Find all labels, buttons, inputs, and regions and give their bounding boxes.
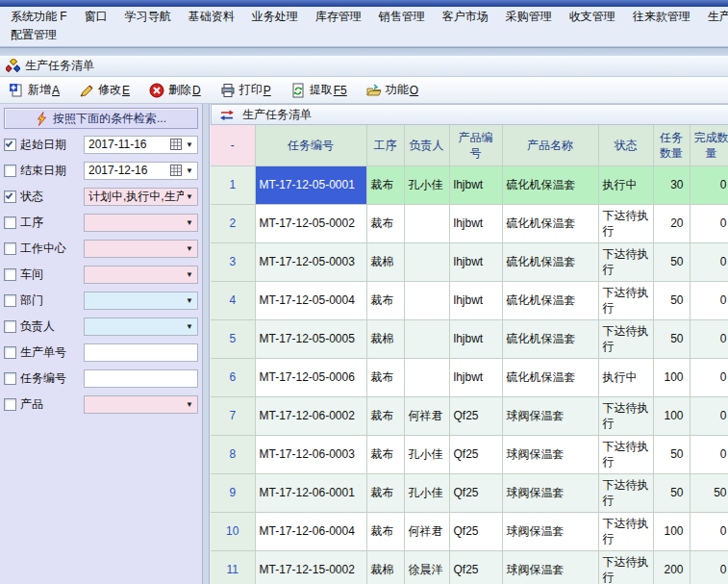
filter-input-field[interactable] [84,369,198,388]
menu-item[interactable]: 配置管理 [2,26,65,44]
cell[interactable]: Qf25 [449,512,502,550]
extract-button[interactable]: 提取F5 [288,80,350,100]
cell[interactable]: 0 [690,165,728,204]
checkbox-unchecked[interactable] [4,268,16,281]
cell[interactable]: lhjbwt [449,242,502,281]
print-button[interactable]: 打印P [217,80,274,100]
dropdown-arrow-icon[interactable]: ▼ [184,400,195,409]
dropdown-arrow-icon[interactable]: ▼ [184,166,195,175]
cell[interactable]: MT-17-12-05-0001 [255,165,366,204]
checkbox-checked[interactable] [4,139,16,151]
cell[interactable]: 裁布 [366,358,404,396]
cell[interactable]: 50 [690,473,728,512]
cell[interactable]: 下达待执行 [598,281,653,319]
cell[interactable]: 裁棉 [366,550,404,584]
cell[interactable]: MT-17-12-15-0002 [255,550,366,584]
cell[interactable]: 1 [211,165,255,204]
checkbox-unchecked[interactable] [4,398,16,411]
menu-item[interactable]: 基础资料 [180,8,243,26]
cell[interactable]: 孔小佳 [404,165,449,204]
column-header[interactable]: 负责人 [404,125,449,165]
cell[interactable]: 30 [653,165,690,204]
menu-item[interactable]: 收支管理 [561,8,624,26]
checkbox-unchecked[interactable] [4,242,16,255]
cell[interactable]: 4 [211,281,255,319]
function-button[interactable]: 功能O [364,80,421,100]
cell[interactable]: 球阀保温套 [502,512,598,550]
cell[interactable]: 下达待执行 [598,512,653,550]
menu-item[interactable]: 采购管理 [497,8,561,26]
cell[interactable]: lhjbwt [449,204,502,242]
checkbox-unchecked[interactable] [4,372,16,385]
menu-item[interactable]: 往来款管理 [624,8,699,26]
cell[interactable]: Qf25 [449,435,502,473]
cell[interactable]: 徐晨洋 [404,550,449,584]
cell[interactable]: 硫化机保温套 [502,204,598,242]
menu-item[interactable]: 销售管理 [370,8,434,26]
cell[interactable]: 50 [653,435,690,473]
cell[interactable] [404,358,449,396]
table-row[interactable]: 3MT-17-12-05-0003裁棉lhjbwt硫化机保温套下达待执行500 [211,242,728,281]
checkbox-unchecked[interactable] [4,346,16,359]
cell[interactable]: 100 [653,358,690,396]
menu-item[interactable]: 窗口 [76,8,116,26]
table-row[interactable]: 5MT-17-12-05-0005裁棉lhjbwt硫化机保温套下达待执行500 [211,319,728,358]
cell[interactable]: 200 [653,550,690,584]
cell[interactable]: 硫化机保温套 [502,165,598,204]
filter-input-field[interactable] [84,343,198,362]
column-header[interactable]: 产品名称 [502,125,598,165]
column-header[interactable]: - [211,125,255,165]
cell[interactable]: 裁布 [366,396,404,435]
cell[interactable]: 下达待执行 [598,550,653,584]
dropdown-arrow-icon[interactable]: ▼ [184,244,195,253]
menu-item[interactable]: 业务处理 [243,8,307,26]
cell[interactable]: 裁棉 [366,242,404,281]
cell[interactable]: 下达待执行 [598,204,653,242]
cell[interactable]: 0 [690,204,728,242]
dropdown-arrow-icon[interactable]: ▼ [184,296,195,305]
cell[interactable]: 0 [690,512,728,550]
checkbox-unchecked[interactable] [4,294,16,307]
cell[interactable]: MT-17-12-05-0002 [255,204,366,242]
cell[interactable]: 裁布 [366,473,404,512]
cell[interactable]: 50 [653,319,690,358]
cell[interactable]: 下达待执行 [598,242,653,281]
menu-item[interactable]: 库存管理 [307,8,370,26]
cell[interactable]: 50 [653,281,690,319]
cell[interactable]: 执行中 [598,358,653,396]
cell[interactable]: 硫化机保温套 [502,281,598,319]
table-row[interactable]: 7MT-17-12-06-0002裁布何祥君Qf25球阀保温套下达待执行1000 [211,396,728,435]
cell[interactable]: 6 [211,358,255,396]
cell[interactable]: 0 [690,550,728,584]
cell[interactable]: 下达待执行 [598,435,653,473]
cell[interactable] [404,242,449,281]
filter-dropdown-field[interactable]: ▼ [84,266,198,284]
cell[interactable]: 球阀保温套 [502,550,598,584]
cell[interactable]: 球阀保温套 [502,435,598,473]
cell[interactable]: MT-17-12-05-0003 [255,242,366,281]
cell[interactable]: 下达待执行 [598,473,653,512]
cell[interactable] [404,204,449,242]
cell[interactable]: Qf25 [449,473,502,512]
cell[interactable] [404,281,449,319]
cell[interactable]: MT-17-12-06-0001 [255,473,366,512]
table-row[interactable]: 11MT-17-12-15-0002裁棉徐晨洋Qf25球阀保温套下达待执行200… [211,550,728,584]
cell[interactable]: lhjbwt [449,319,502,358]
cell[interactable]: 下达待执行 [598,319,653,358]
cell[interactable]: 下达待执行 [598,396,653,435]
cell[interactable]: MT-17-12-06-0002 [255,396,366,435]
column-header[interactable]: 任务数量 [653,125,690,165]
add-button[interactable]: 新增A [6,80,63,100]
menu-item[interactable]: 系统功能 F [2,8,76,26]
cell[interactable]: 裁布 [366,512,404,550]
checkbox-unchecked[interactable] [4,216,16,229]
filter-dropdown-field[interactable]: ▼ [84,214,198,232]
table-row[interactable]: 10MT-17-12-06-0004裁布何祥君Qf25球阀保温套下达待执行100… [211,512,728,550]
cell[interactable]: 2 [211,204,255,242]
column-header[interactable]: 状态 [598,125,653,165]
cell[interactable] [404,319,449,358]
menu-item[interactable]: 客户市场 [434,8,497,26]
delete-button[interactable]: 删除D [146,80,204,100]
dropdown-arrow-icon[interactable]: ▼ [184,192,195,201]
menu-item[interactable]: 生产管理 [699,8,728,26]
